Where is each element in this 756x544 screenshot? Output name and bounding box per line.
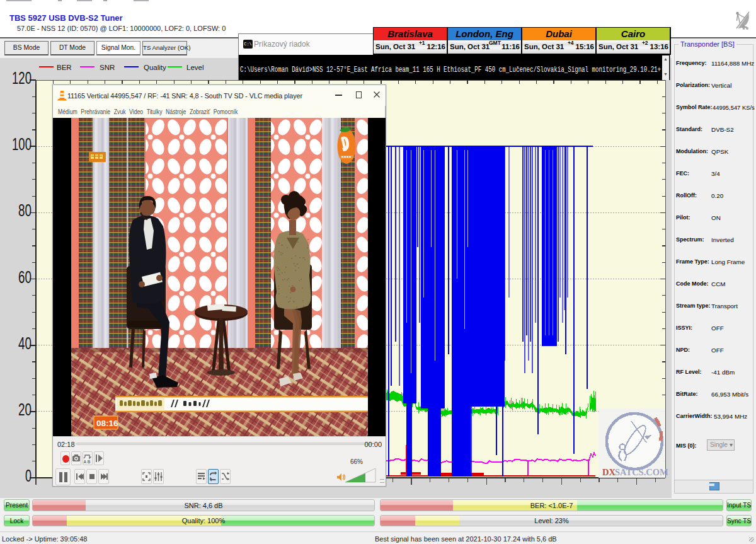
svg-text:SNR: SNR (100, 64, 115, 71)
svg-text:DX: DX (602, 467, 616, 477)
svg-text:BER: BER (57, 64, 72, 71)
svg-text:20: 20 (18, 400, 32, 419)
svg-text:SATCS.COM: SATCS.COM (615, 467, 668, 477)
svg-text:100: 100 (12, 135, 32, 154)
svg-text:60: 60 (18, 268, 32, 287)
svg-text:0: 0 (25, 466, 32, 485)
svg-text:40: 40 (18, 334, 32, 353)
svg-text:08:16: 08:16 (96, 419, 118, 428)
svg-text:A B: A B (84, 460, 91, 464)
svg-text:Level: Level (186, 64, 204, 71)
svg-text:120: 120 (12, 69, 32, 88)
svg-text:Quality: Quality (144, 64, 166, 71)
svg-text:80: 80 (18, 201, 32, 220)
